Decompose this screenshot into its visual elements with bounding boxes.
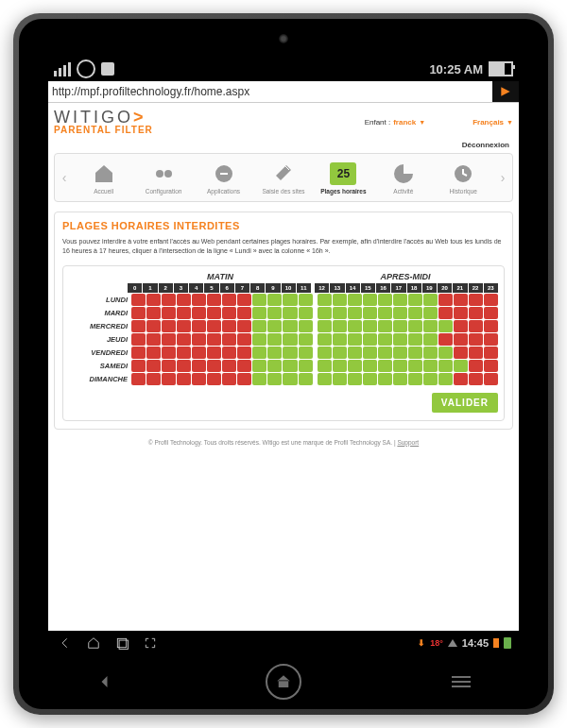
back-button[interactable] bbox=[58, 635, 73, 651]
schedule-cell[interactable] bbox=[283, 294, 297, 306]
schedule-cell[interactable] bbox=[484, 360, 498, 372]
schedule-cell[interactable] bbox=[299, 373, 313, 385]
schedule-cell[interactable] bbox=[484, 320, 498, 332]
schedule-cell[interactable] bbox=[267, 320, 282, 332]
nav-item-applications[interactable]: Applications bbox=[194, 157, 253, 198]
schedule-cell[interactable] bbox=[393, 333, 407, 346]
schedule-cell[interactable] bbox=[283, 320, 297, 332]
schedule-cell[interactable] bbox=[299, 333, 313, 346]
schedule-cell[interactable] bbox=[469, 320, 483, 332]
schedule-cell[interactable] bbox=[252, 347, 266, 359]
schedule-cell[interactable] bbox=[438, 373, 453, 385]
hw-back-button[interactable] bbox=[92, 672, 120, 691]
schedule-cell[interactable] bbox=[333, 307, 347, 319]
schedule-cell[interactable] bbox=[299, 307, 313, 319]
schedule-cell[interactable] bbox=[267, 294, 282, 306]
schedule-cell[interactable] bbox=[469, 360, 483, 372]
schedule-cell[interactable] bbox=[237, 320, 251, 332]
schedule-cell[interactable] bbox=[318, 320, 332, 332]
schedule-cell[interactable] bbox=[318, 360, 332, 372]
schedule-cell[interactable] bbox=[207, 294, 221, 306]
schedule-cell[interactable] bbox=[408, 333, 422, 346]
schedule-cell[interactable] bbox=[423, 294, 438, 306]
schedule-cell[interactable] bbox=[438, 347, 453, 359]
schedule-cell[interactable] bbox=[378, 347, 392, 359]
language-selector[interactable]: Français ▼ bbox=[472, 118, 513, 127]
schedule-cell[interactable] bbox=[333, 333, 347, 346]
schedule-cell[interactable] bbox=[222, 320, 236, 332]
schedule-cell[interactable] bbox=[438, 294, 453, 306]
schedule-cell[interactable] bbox=[299, 360, 313, 372]
schedule-cell[interactable] bbox=[283, 347, 297, 359]
schedule-cell[interactable] bbox=[363, 373, 377, 385]
schedule-cell[interactable] bbox=[469, 333, 483, 346]
schedule-cell[interactable] bbox=[237, 307, 251, 319]
schedule-cell[interactable] bbox=[267, 360, 282, 372]
schedule-cell[interactable] bbox=[454, 347, 468, 359]
schedule-cell[interactable] bbox=[438, 307, 453, 319]
schedule-cell[interactable] bbox=[333, 360, 347, 372]
schedule-cell[interactable] bbox=[177, 320, 191, 332]
schedule-cell[interactable] bbox=[146, 320, 161, 332]
schedule-cell[interactable] bbox=[177, 347, 191, 359]
schedule-cell[interactable] bbox=[333, 294, 347, 306]
schedule-cell[interactable] bbox=[207, 373, 221, 385]
schedule-cell[interactable] bbox=[146, 360, 161, 372]
schedule-cell[interactable] bbox=[378, 307, 392, 319]
schedule-cell[interactable] bbox=[146, 333, 161, 346]
schedule-cell[interactable] bbox=[222, 373, 236, 385]
schedule-cell[interactable] bbox=[252, 373, 266, 385]
schedule-cell[interactable] bbox=[363, 307, 377, 319]
logout-link[interactable]: Déconnexion bbox=[58, 141, 509, 149]
schedule-cell[interactable] bbox=[438, 320, 453, 332]
schedule-cell[interactable] bbox=[484, 347, 498, 359]
schedule-cell[interactable] bbox=[207, 360, 221, 372]
schedule-cell[interactable] bbox=[363, 360, 377, 372]
schedule-cell[interactable] bbox=[318, 294, 332, 306]
schedule-cell[interactable] bbox=[192, 360, 206, 372]
child-selector[interactable]: Enfant : franck ▼ bbox=[365, 118, 426, 127]
schedule-cell[interactable] bbox=[177, 333, 191, 346]
schedule-cell[interactable] bbox=[438, 360, 453, 372]
schedule-cell[interactable] bbox=[378, 320, 392, 332]
schedule-cell[interactable] bbox=[484, 333, 498, 346]
support-link[interactable]: Support bbox=[397, 439, 419, 446]
schedule-cell[interactable] bbox=[363, 347, 377, 359]
schedule-cell[interactable] bbox=[131, 347, 146, 359]
schedule-cell[interactable] bbox=[484, 373, 498, 385]
schedule-cell[interactable] bbox=[484, 294, 498, 306]
schedule-cell[interactable] bbox=[454, 373, 468, 385]
schedule-cell[interactable] bbox=[454, 360, 468, 372]
schedule-cell[interactable] bbox=[237, 333, 251, 346]
schedule-cell[interactable] bbox=[348, 307, 362, 319]
hw-home-button[interactable] bbox=[266, 664, 301, 700]
schedule-cell[interactable] bbox=[423, 347, 438, 359]
nav-scroll-left[interactable]: ‹ bbox=[55, 154, 74, 201]
schedule-cell[interactable] bbox=[237, 360, 251, 372]
schedule-cell[interactable] bbox=[283, 333, 297, 346]
schedule-cell[interactable] bbox=[131, 294, 146, 306]
schedule-cell[interactable] bbox=[131, 320, 146, 332]
schedule-cell[interactable] bbox=[378, 360, 392, 372]
schedule-cell[interactable] bbox=[363, 320, 377, 332]
schedule-cell[interactable] bbox=[162, 347, 176, 359]
schedule-cell[interactable] bbox=[131, 360, 146, 372]
schedule-cell[interactable] bbox=[222, 347, 236, 359]
schedule-cell[interactable] bbox=[192, 307, 206, 319]
schedule-cell[interactable] bbox=[363, 294, 377, 306]
schedule-cell[interactable] bbox=[283, 307, 297, 319]
schedule-cell[interactable] bbox=[423, 307, 438, 319]
schedule-cell[interactable] bbox=[348, 347, 362, 359]
schedule-cell[interactable] bbox=[283, 373, 297, 385]
schedule-cell[interactable] bbox=[393, 347, 407, 359]
schedule-cell[interactable] bbox=[192, 373, 206, 385]
nav-item-saisie[interactable]: Saisie des sites bbox=[253, 157, 313, 198]
schedule-cell[interactable] bbox=[484, 307, 498, 319]
schedule-cell[interactable] bbox=[363, 333, 377, 346]
schedule-cell[interactable] bbox=[162, 294, 176, 306]
schedule-cell[interactable] bbox=[162, 333, 176, 346]
schedule-cell[interactable] bbox=[267, 347, 282, 359]
nav-item-historique[interactable]: Historique bbox=[434, 157, 493, 198]
schedule-cell[interactable] bbox=[348, 333, 362, 346]
schedule-cell[interactable] bbox=[177, 294, 191, 306]
